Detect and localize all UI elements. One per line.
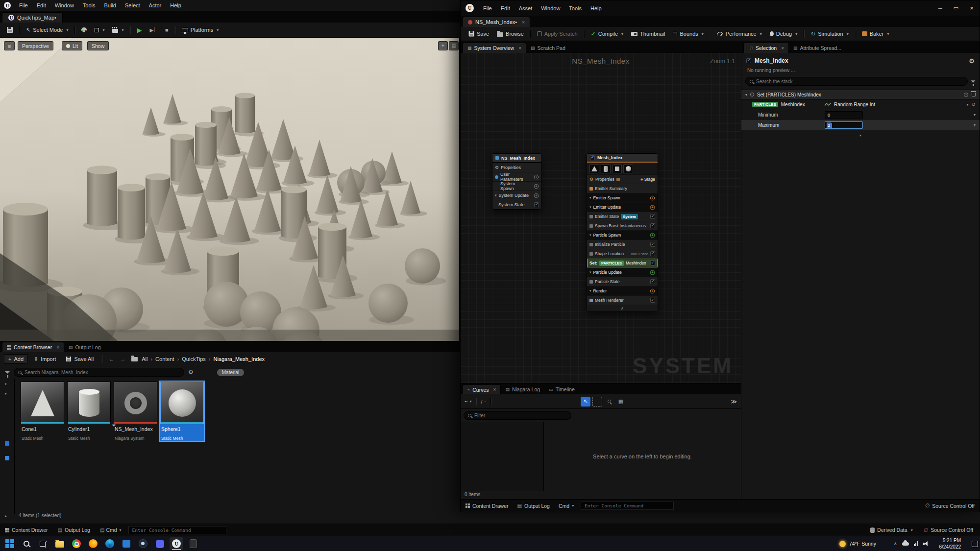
tab-selection[interactable]: ✓Selection× xyxy=(743,43,789,53)
menu-tools[interactable]: Tools xyxy=(78,2,100,8)
minimum-row[interactable]: Minimum 0 ▾ xyxy=(741,110,980,120)
viewport-show-dropdown[interactable]: Show xyxy=(87,41,109,50)
menu-file[interactable]: File xyxy=(15,2,32,8)
particle-state-row[interactable]: Particle State✓ xyxy=(587,277,658,286)
close-icon[interactable]: × xyxy=(781,46,784,51)
taskbar-vscode-button[interactable] xyxy=(120,537,133,550)
shape-location-row[interactable]: Shape LocationBox / Plane✓ xyxy=(587,249,658,258)
more-tools-icon[interactable]: ≫ xyxy=(731,398,737,405)
system-properties-row[interactable]: ⚙Properties xyxy=(492,163,541,172)
add-button[interactable]: +Add xyxy=(4,354,28,364)
taskbar-search-button[interactable] xyxy=(20,537,33,550)
mesh-cone-icon[interactable] xyxy=(589,164,599,173)
save-level-button[interactable] xyxy=(3,23,17,37)
viewport-pin-button[interactable]: + xyxy=(438,41,448,50)
asset-tile-ns-mesh-index[interactable]: ∗ NS_Mesh_Index Niagara System xyxy=(113,381,158,441)
sources-expander-icon[interactable]: ▸ xyxy=(5,391,7,396)
blueprints-button[interactable]: ▾ xyxy=(91,23,108,37)
menu-select[interactable]: Select xyxy=(121,2,145,8)
niagara-menu-asset[interactable]: Asset xyxy=(514,5,537,11)
derived-data-dropdown[interactable]: Derived Data▾ xyxy=(870,527,912,533)
mesh-renderer-row[interactable]: Mesh Renderer✓ xyxy=(587,295,658,305)
stack-collapse-chevron[interactable]: ▾ xyxy=(741,130,980,138)
select-mode-dropdown[interactable]: ↖Select Mode▾ xyxy=(22,23,72,37)
forward-button[interactable]: → xyxy=(118,356,127,362)
close-icon[interactable]: × xyxy=(522,20,525,25)
skip-frame-button[interactable]: ▶▏ xyxy=(146,23,161,37)
close-icon[interactable]: × xyxy=(493,387,496,392)
taskbar-start-button[interactable] xyxy=(3,537,17,550)
platforms-dropdown[interactable]: Platforms▾ xyxy=(178,23,222,37)
minimum-input[interactable]: 0 xyxy=(825,111,863,119)
row-dropdown-icon[interactable]: ▾ xyxy=(974,123,976,127)
collection-icon-2[interactable] xyxy=(5,456,9,460)
module-checkbox[interactable]: ✓ xyxy=(650,279,655,284)
taskbar-discord-button[interactable] xyxy=(153,537,167,550)
apply-scratch-button[interactable]: Apply Scratch xyxy=(533,27,582,41)
close-button[interactable]: × xyxy=(964,0,980,16)
reset-icon[interactable]: ↺ xyxy=(972,102,976,107)
breadcrumb-all[interactable]: All xyxy=(142,356,147,362)
source-control-status[interactable]: ∅Source Control Off xyxy=(925,503,975,509)
add-icon[interactable]: + xyxy=(534,184,539,188)
cmd-dropdown[interactable]: ▤Cmd▾ xyxy=(100,527,122,533)
emitter-node[interactable]: ✓Mesh_Index ⚙Properties+Stage Emitter Su… xyxy=(587,153,658,312)
emitter-spawn-section[interactable]: ▾Emitter Spawn+ xyxy=(587,193,658,202)
asset-tile-sphere1[interactable]: Sphere1 Static Mesh xyxy=(160,381,204,441)
back-button[interactable]: ← xyxy=(107,356,116,362)
module-checkbox[interactable]: ✓ xyxy=(650,242,655,247)
content-drawer-button[interactable]: Content Drawer xyxy=(5,527,48,533)
niagara-menu-file[interactable]: File xyxy=(479,5,496,11)
stack-group-row[interactable]: ▾ Set (PARTICLES) MeshIndex + xyxy=(741,90,980,99)
tab-niagara-log[interactable]: ▤Niagara Log xyxy=(501,384,544,394)
stop-button[interactable]: ■ xyxy=(161,23,172,37)
asset-tile-cone1[interactable]: Cone1 Static Mesh xyxy=(20,381,65,441)
taskbar-taskview-button[interactable] xyxy=(36,537,50,550)
baker-dropdown[interactable]: Baker▾ xyxy=(858,27,893,41)
system-state-row[interactable]: System State✓ xyxy=(492,200,541,209)
emitter-update-section[interactable]: ▾Emitter Update+ xyxy=(587,202,658,212)
taskbar-explorer-button[interactable] xyxy=(53,537,67,550)
tab-system-overview[interactable]: ▦System Overview× xyxy=(463,43,526,53)
taskbar-firefox-button[interactable] xyxy=(86,537,100,550)
render-section[interactable]: ▾Render+ xyxy=(587,286,658,295)
viewport-perspective-dropdown[interactable]: Perspective xyxy=(18,41,53,50)
key-time-icon[interactable]: ◦ xyxy=(485,399,487,404)
marquee-tool[interactable] xyxy=(592,397,602,407)
network-icon[interactable] xyxy=(914,541,918,546)
node-collapse-button[interactable]: ∧ xyxy=(587,305,658,311)
add-module-icon[interactable]: + xyxy=(650,233,655,237)
filter-icon[interactable] xyxy=(5,371,10,374)
performance-dropdown[interactable]: Performance▾ xyxy=(713,27,766,41)
maximize-button[interactable]: ▭ xyxy=(948,0,964,16)
maximum-input[interactable]: 2 xyxy=(825,121,863,129)
niagara-asset-tab[interactable]: NS_Mesh_Index• × xyxy=(463,17,530,27)
breadcrumb-current[interactable]: Niagara_Mesh_Index xyxy=(213,356,265,362)
breadcrumb-quicktips[interactable]: QuickTips xyxy=(182,356,206,362)
close-icon[interactable]: × xyxy=(518,46,521,51)
content-browser-bottom-expander[interactable]: ▸ xyxy=(5,514,7,518)
niagara-menu-window[interactable]: Window xyxy=(537,5,564,11)
taskbar-unreal-button[interactable] xyxy=(170,537,183,550)
tab-attribute-spreadsheet[interactable]: ▤Attribute Spread... xyxy=(789,43,846,53)
curves-list-area[interactable] xyxy=(461,422,544,491)
taskbar-edge-button[interactable] xyxy=(103,537,117,550)
add-actor-button[interactable]: +▾ xyxy=(77,23,91,37)
frame-tool[interactable]: ▦ xyxy=(616,397,626,407)
system-overview-canvas[interactable]: NS_Mesh_Index Zoom 1:1 SYSTEM NS_Mesh_In… xyxy=(461,53,741,383)
output-log-button[interactable]: ▤Output Log xyxy=(58,527,90,533)
row-dropdown-icon[interactable]: ▾ xyxy=(974,113,976,117)
module-checkbox[interactable]: ✓ xyxy=(650,223,655,228)
insert-icon[interactable]: + xyxy=(964,93,968,97)
console-command-input[interactable]: Enter Console Command xyxy=(128,526,226,534)
module-checkbox[interactable]: ✓ xyxy=(650,298,655,303)
tab-curves[interactable]: ~Curves× xyxy=(463,384,501,394)
source-control-status[interactable]: ∅Source Control Off xyxy=(924,527,973,533)
menu-edit[interactable]: Edit xyxy=(32,2,50,8)
parameter-row[interactable]: PARTICLES MeshIndex Random Range Int ▾ ↺ xyxy=(741,99,980,110)
particle-spawn-section[interactable]: ▾Particle Spawn+ xyxy=(587,230,658,240)
collection-icon[interactable] xyxy=(5,441,9,446)
save-all-button[interactable]: Save All xyxy=(62,352,98,366)
minimize-button[interactable]: ─ xyxy=(932,0,948,16)
set-meshindex-row[interactable]: Set:PARTICLESMeshIndex✓ xyxy=(587,258,658,267)
